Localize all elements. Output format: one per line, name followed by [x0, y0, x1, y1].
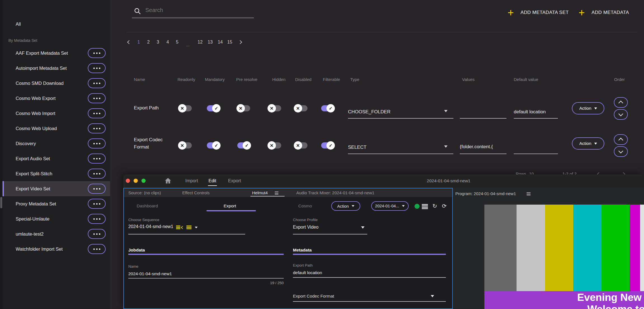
move-up-button[interactable]: [614, 134, 628, 145]
item-menu-button[interactable]: [88, 229, 106, 239]
chevron-down-icon[interactable]: [361, 226, 364, 229]
toggle-mandatory[interactable]: ✓: [207, 105, 220, 111]
pagination-page-13[interactable]: 13: [206, 38, 215, 46]
pagination-page-12[interactable]: 12: [196, 38, 205, 46]
sidebar-item-special-umlaute[interactable]: Special-Umlaute: [3, 211, 110, 226]
toggle-disabled[interactable]: ✕: [295, 105, 307, 111]
helmut-tab-cosmo[interactable]: Cosmo: [298, 203, 312, 209]
toggle-disabled[interactable]: ✕: [295, 142, 307, 148]
sidebar-scrollbar-track[interactable]: [0, 0, 3, 309]
pagination-page-1[interactable]: 1: [134, 38, 143, 46]
item-menu-button[interactable]: [88, 123, 106, 133]
chevron-down-icon[interactable]: [431, 295, 434, 297]
toggle-hidden[interactable]: ✕: [268, 142, 281, 148]
toggle-pre-resolve[interactable]: ✓: [237, 142, 250, 148]
item-menu-button[interactable]: [88, 169, 106, 179]
item-menu-button[interactable]: [88, 244, 106, 254]
sidebar-item-cosmo-web-export[interactable]: Cosmo Web Export: [3, 91, 110, 106]
item-menu-button[interactable]: [88, 138, 106, 148]
sidebar-item-all[interactable]: All: [3, 16, 110, 32]
toggle-filterable[interactable]: ✓: [321, 142, 334, 148]
chevron-down-icon[interactable]: [195, 227, 198, 228]
sidebar-item-aaf-export[interactable]: AAF Export Metadata Set: [3, 45, 110, 61]
type-select[interactable]: CHOOSE_FOLDER: [348, 109, 440, 115]
pagination-page-5[interactable]: 5: [173, 38, 182, 46]
toggle-readonly[interactable]: ✕: [179, 105, 192, 111]
item-menu-button[interactable]: [88, 63, 106, 73]
toggle-mandatory[interactable]: ✓: [207, 142, 220, 148]
sequence-value[interactable]: 2024-01-04-smd-new1: [128, 224, 173, 229]
sidebar-scrollbar-thumb[interactable]: [0, 197, 2, 208]
sidebar-item-cosmo-web-import[interactable]: Cosmo Web Import: [3, 106, 110, 121]
toggle-filterable[interactable]: ✓: [321, 105, 334, 111]
tab-audio-track-mixer[interactable]: Audio Track Mixer: 2024-01-04-smd-new1: [296, 190, 374, 195]
menu-icon[interactable]: [422, 204, 428, 209]
sidebar-item-autoimport[interactable]: Autoimport Metadata Set: [3, 61, 110, 76]
helmut-tab-export[interactable]: Export: [224, 203, 236, 209]
item-menu-button[interactable]: [88, 154, 106, 164]
toggle-hidden[interactable]: ✕: [268, 105, 281, 111]
pagination-prev-button[interactable]: [125, 38, 134, 46]
sidebar-item-cosmo-web-upload[interactable]: Cosmo Web Upload: [3, 121, 110, 136]
helmut-action-button[interactable]: Action: [331, 201, 360, 211]
toggle-pre-resolve[interactable]: ✕: [237, 105, 250, 111]
sidebar-item-cosmo-smd-download[interactable]: Cosmo SMD Download: [3, 76, 110, 91]
item-menu-button[interactable]: [88, 48, 106, 58]
chevron-down-icon[interactable]: [444, 145, 448, 148]
helmut-tab-dashboard[interactable]: Dashboard: [137, 203, 158, 209]
pagination-page-2[interactable]: 2: [144, 38, 153, 46]
sequence-list-icon[interactable]: [186, 226, 191, 229]
item-menu-button[interactable]: [88, 78, 106, 88]
export-codec-select[interactable]: Export Codec Format: [293, 294, 334, 299]
home-icon[interactable]: [164, 177, 172, 185]
maximize-window-button[interactable]: [141, 179, 146, 183]
sidebar-item-export-video-set[interactable]: Export Video Set: [3, 181, 110, 196]
profile-select[interactable]: Export Video: [293, 225, 318, 230]
item-menu-button[interactable]: [88, 108, 106, 118]
move-down-button[interactable]: [614, 109, 628, 120]
sidebar-item-proxy-metadata-set[interactable]: Proxy Metadata Set: [3, 196, 110, 211]
tab-effect-controls[interactable]: Effect Controls: [182, 190, 210, 195]
tab-export[interactable]: Export: [228, 178, 241, 183]
sync-icon[interactable]: ⟳: [442, 203, 447, 209]
sidebar-item-export-split-stitch[interactable]: Export Split-Stitch: [3, 166, 110, 181]
item-menu-button[interactable]: [88, 93, 106, 103]
move-down-button[interactable]: [614, 146, 628, 157]
close-window-button[interactable]: [126, 179, 130, 183]
insert-sequence-icon[interactable]: [176, 226, 180, 229]
tab-import[interactable]: Import: [185, 178, 198, 183]
pagination-next-button[interactable]: [236, 38, 245, 46]
item-menu-button[interactable]: [88, 184, 106, 194]
window-titlebar[interactable]: Import Edit Export 2024-01-04-smd-new1: [123, 174, 644, 188]
pagination-page-3[interactable]: 3: [153, 38, 162, 46]
pagination-page-4[interactable]: 4: [163, 38, 172, 46]
sidebar-item-watchfolder-import-set[interactable]: Watchfolder Import Set: [3, 241, 110, 257]
panel-menu-icon[interactable]: [527, 192, 531, 195]
action-button[interactable]: Action: [572, 137, 604, 150]
name-input[interactable]: 2024-01-04-smd-new1: [128, 271, 172, 276]
item-menu-button[interactable]: [88, 199, 106, 209]
tab-source[interactable]: Source: (no clips): [128, 190, 161, 195]
values-field[interactable]: {folder.content.{: [460, 144, 507, 150]
add-metadata-button[interactable]: + ADD METADATA: [579, 6, 629, 19]
refresh-icon[interactable]: ↻: [432, 203, 437, 209]
action-button[interactable]: Action: [572, 102, 604, 114]
chevron-down-icon[interactable]: [444, 110, 448, 112]
minimize-window-button[interactable]: [134, 179, 138, 183]
export-path-input[interactable]: default location: [293, 270, 322, 275]
search-input[interactable]: [145, 7, 252, 14]
sidebar-item-export-audio-set[interactable]: Export Audio Set: [3, 151, 110, 166]
pagination-page-15[interactable]: 15: [225, 38, 234, 46]
tab-edit[interactable]: Edit: [209, 178, 216, 183]
panel-menu-icon[interactable]: [275, 191, 278, 195]
tab-helmut4[interactable]: Helmut4: [252, 190, 268, 195]
pagination-page-14[interactable]: 14: [216, 38, 225, 46]
type-select[interactable]: SELECT: [348, 145, 440, 150]
item-menu-button[interactable]: [88, 214, 106, 224]
default-value-field[interactable]: default location: [514, 109, 558, 115]
toggle-readonly[interactable]: ✕: [179, 142, 192, 148]
sidebar-item-umlaute-test2[interactable]: umlaute-test2: [3, 226, 110, 241]
move-up-button[interactable]: [614, 97, 628, 108]
project-dropdown[interactable]: 2024-01-04...: [371, 201, 409, 211]
add-metadata-set-button[interactable]: + ADD METADATA SET: [508, 6, 569, 19]
